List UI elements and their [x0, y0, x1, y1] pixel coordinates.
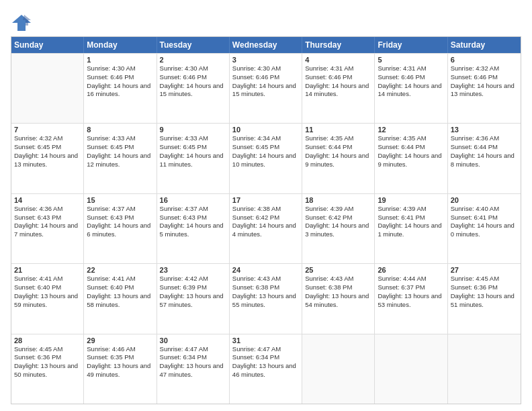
- day-number: 21: [14, 266, 81, 274]
- day-number: 28: [14, 336, 81, 345]
- day-number: 4: [305, 56, 371, 64]
- day-detail: Sunrise: 4:32 AM Sunset: 6:45 PM Dayligh…: [14, 134, 81, 169]
- day-number: 14: [14, 196, 81, 204]
- day-detail: Sunrise: 4:42 AM Sunset: 6:39 PM Dayligh…: [160, 275, 226, 309]
- calendar-cell: 23Sunrise: 4:42 AM Sunset: 6:39 PM Dayli…: [157, 264, 230, 333]
- day-number: 1: [87, 56, 153, 64]
- day-detail: Sunrise: 4:33 AM Sunset: 6:45 PM Dayligh…: [87, 134, 153, 169]
- day-number: 16: [160, 196, 226, 204]
- day-number: 25: [305, 266, 371, 274]
- calendar: SundayMondayTuesdayWednesdayThursdayFrid…: [11, 36, 521, 404]
- day-number: 12: [378, 126, 444, 134]
- day-detail: Sunrise: 4:34 AM Sunset: 6:45 PM Dayligh…: [232, 134, 299, 169]
- day-number: 23: [160, 266, 226, 274]
- day-number: 3: [232, 56, 299, 64]
- header-day-monday: Monday: [84, 37, 157, 53]
- calendar-row-4: 28Sunrise: 4:45 AM Sunset: 6:36 PM Dayli…: [11, 334, 521, 404]
- calendar-cell: 20Sunrise: 4:40 AM Sunset: 6:41 PM Dayli…: [448, 194, 521, 263]
- day-number: 26: [378, 266, 444, 274]
- day-detail: Sunrise: 4:37 AM Sunset: 6:43 PM Dayligh…: [87, 205, 153, 239]
- day-number: 10: [232, 126, 299, 134]
- day-detail: Sunrise: 4:38 AM Sunset: 6:42 PM Dayligh…: [232, 205, 299, 239]
- calendar-cell: 14Sunrise: 4:36 AM Sunset: 6:43 PM Dayli…: [11, 194, 84, 263]
- day-number: 2: [160, 56, 226, 64]
- header-day-friday: Friday: [375, 37, 447, 53]
- calendar-cell: 30Sunrise: 4:47 AM Sunset: 6:34 PM Dayli…: [157, 334, 230, 404]
- calendar-cell: 12Sunrise: 4:35 AM Sunset: 6:44 PM Dayli…: [375, 124, 447, 193]
- calendar-cell: 3Sunrise: 4:30 AM Sunset: 6:46 PM Daylig…: [230, 54, 302, 123]
- day-number: 17: [232, 196, 299, 204]
- calendar-cell: 7Sunrise: 4:32 AM Sunset: 6:45 PM Daylig…: [11, 124, 84, 193]
- day-detail: Sunrise: 4:36 AM Sunset: 6:44 PM Dayligh…: [451, 134, 518, 169]
- calendar-row-2: 14Sunrise: 4:36 AM Sunset: 6:43 PM Dayli…: [11, 193, 521, 263]
- calendar-cell: [302, 334, 375, 404]
- day-number: 22: [87, 266, 153, 274]
- day-detail: Sunrise: 4:30 AM Sunset: 6:46 PM Dayligh…: [232, 64, 299, 99]
- day-number: 13: [451, 126, 518, 134]
- calendar-cell: 24Sunrise: 4:43 AM Sunset: 6:38 PM Dayli…: [230, 264, 302, 333]
- calendar-cell: 8Sunrise: 4:33 AM Sunset: 6:45 PM Daylig…: [84, 124, 157, 193]
- calendar-cell: [448, 334, 521, 404]
- day-detail: Sunrise: 4:41 AM Sunset: 6:40 PM Dayligh…: [87, 275, 153, 309]
- day-detail: Sunrise: 4:40 AM Sunset: 6:41 PM Dayligh…: [451, 205, 518, 239]
- day-number: 24: [232, 266, 299, 274]
- header-day-tuesday: Tuesday: [157, 37, 230, 53]
- day-number: 27: [451, 266, 518, 274]
- calendar-cell: 1Sunrise: 4:30 AM Sunset: 6:46 PM Daylig…: [84, 54, 157, 123]
- header-day-saturday: Saturday: [448, 37, 521, 53]
- calendar-row-0: 1Sunrise: 4:30 AM Sunset: 6:46 PM Daylig…: [11, 53, 521, 123]
- logo-icon: [11, 13, 32, 32]
- day-number: 31: [232, 336, 299, 345]
- day-detail: Sunrise: 4:39 AM Sunset: 6:41 PM Dayligh…: [378, 205, 444, 239]
- day-number: 29: [87, 336, 153, 345]
- day-number: 11: [305, 126, 371, 134]
- calendar-cell: 16Sunrise: 4:37 AM Sunset: 6:43 PM Dayli…: [157, 194, 230, 263]
- calendar-cell: 22Sunrise: 4:41 AM Sunset: 6:40 PM Dayli…: [84, 264, 157, 333]
- calendar-cell: 28Sunrise: 4:45 AM Sunset: 6:36 PM Dayli…: [11, 334, 84, 404]
- day-detail: Sunrise: 4:32 AM Sunset: 6:46 PM Dayligh…: [451, 64, 518, 99]
- day-detail: Sunrise: 4:45 AM Sunset: 6:36 PM Dayligh…: [14, 345, 81, 379]
- day-detail: Sunrise: 4:37 AM Sunset: 6:43 PM Dayligh…: [160, 205, 226, 239]
- day-detail: Sunrise: 4:39 AM Sunset: 6:42 PM Dayligh…: [305, 205, 371, 239]
- calendar-cell: 17Sunrise: 4:38 AM Sunset: 6:42 PM Dayli…: [230, 194, 302, 263]
- day-number: 20: [451, 196, 518, 204]
- day-detail: Sunrise: 4:35 AM Sunset: 6:44 PM Dayligh…: [305, 134, 371, 169]
- header-day-sunday: Sunday: [11, 37, 84, 53]
- day-detail: Sunrise: 4:47 AM Sunset: 6:34 PM Dayligh…: [232, 345, 299, 379]
- calendar-cell: 13Sunrise: 4:36 AM Sunset: 6:44 PM Dayli…: [448, 124, 521, 193]
- page: SundayMondayTuesdayWednesdayThursdayFrid…: [0, 0, 532, 411]
- calendar-row-1: 7Sunrise: 4:32 AM Sunset: 6:45 PM Daylig…: [11, 123, 521, 193]
- logo: [11, 13, 34, 32]
- day-number: 6: [451, 56, 518, 64]
- day-number: 19: [378, 196, 444, 204]
- calendar-header: SundayMondayTuesdayWednesdayThursdayFrid…: [11, 37, 521, 53]
- day-detail: Sunrise: 4:30 AM Sunset: 6:46 PM Dayligh…: [160, 64, 226, 99]
- header: [11, 11, 521, 32]
- header-day-thursday: Thursday: [302, 37, 375, 53]
- day-number: 7: [14, 126, 81, 134]
- calendar-cell: [375, 334, 447, 404]
- calendar-cell: 9Sunrise: 4:33 AM Sunset: 6:45 PM Daylig…: [157, 124, 230, 193]
- day-detail: Sunrise: 4:33 AM Sunset: 6:45 PM Dayligh…: [160, 134, 226, 169]
- calendar-cell: 27Sunrise: 4:45 AM Sunset: 6:36 PM Dayli…: [448, 264, 521, 333]
- calendar-cell: [11, 54, 84, 123]
- day-number: 5: [378, 56, 444, 64]
- calendar-cell: 6Sunrise: 4:32 AM Sunset: 6:46 PM Daylig…: [448, 54, 521, 123]
- calendar-cell: 26Sunrise: 4:44 AM Sunset: 6:37 PM Dayli…: [375, 264, 447, 333]
- calendar-cell: 10Sunrise: 4:34 AM Sunset: 6:45 PM Dayli…: [230, 124, 302, 193]
- day-detail: Sunrise: 4:46 AM Sunset: 6:35 PM Dayligh…: [87, 345, 153, 379]
- day-detail: Sunrise: 4:43 AM Sunset: 6:38 PM Dayligh…: [305, 275, 371, 309]
- calendar-cell: 15Sunrise: 4:37 AM Sunset: 6:43 PM Dayli…: [84, 194, 157, 263]
- day-number: 15: [87, 196, 153, 204]
- day-detail: Sunrise: 4:31 AM Sunset: 6:46 PM Dayligh…: [305, 64, 371, 99]
- calendar-cell: 25Sunrise: 4:43 AM Sunset: 6:38 PM Dayli…: [302, 264, 375, 333]
- day-detail: Sunrise: 4:30 AM Sunset: 6:46 PM Dayligh…: [87, 64, 153, 99]
- calendar-cell: 2Sunrise: 4:30 AM Sunset: 6:46 PM Daylig…: [157, 54, 230, 123]
- day-detail: Sunrise: 4:41 AM Sunset: 6:40 PM Dayligh…: [14, 275, 81, 309]
- day-detail: Sunrise: 4:44 AM Sunset: 6:37 PM Dayligh…: [378, 275, 444, 309]
- calendar-body: 1Sunrise: 4:30 AM Sunset: 6:46 PM Daylig…: [11, 53, 521, 404]
- day-number: 9: [160, 126, 226, 134]
- day-detail: Sunrise: 4:47 AM Sunset: 6:34 PM Dayligh…: [160, 345, 226, 379]
- calendar-cell: 11Sunrise: 4:35 AM Sunset: 6:44 PM Dayli…: [302, 124, 375, 193]
- day-number: 8: [87, 126, 153, 134]
